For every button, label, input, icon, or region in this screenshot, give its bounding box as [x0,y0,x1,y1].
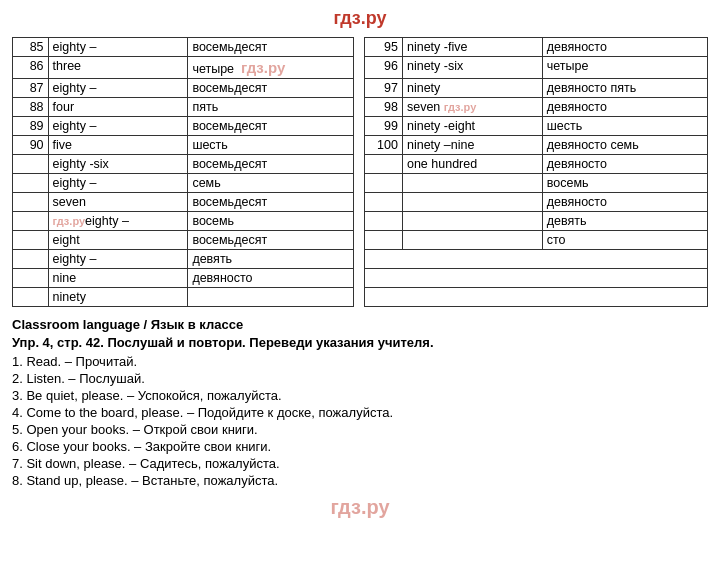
list-item: 2. Listen. – Послушай. [12,371,708,386]
list-item: 6. Close your books. – Закройте свои кни… [12,439,708,454]
left-num-6 [13,155,49,174]
left-ru-7: семь [188,174,353,193]
left-en-9: гдз.руeighty – [48,212,188,231]
exercise-title: Упр. 4, стр. 42. Послушай и повтори. Пер… [12,335,708,350]
list-item: 1. Read. – Прочитай. [12,354,708,369]
left-en-13: ninety [48,288,188,307]
left-ru-3: пять [188,98,353,117]
left-en-12: nine [48,269,188,288]
right-num-2: 97 [365,79,403,98]
left-ru-4: восемьдесят [188,117,353,136]
left-ru-5: шесть [188,136,353,155]
right-en-1: ninety -six [402,57,542,79]
classroom-language-section: Classroom language / Язык в классе Упр. … [12,317,708,488]
left-ru-13 [188,288,353,307]
left-en-11: eighty – [48,250,188,269]
left-num-4: 89 [13,117,49,136]
right-num-8 [365,193,403,212]
left-en-3: four [48,98,188,117]
right-ru-0: девяносто [542,38,707,57]
left-num-10 [13,231,49,250]
left-ru-12: девяносто [188,269,353,288]
left-en-7: eighty – [48,174,188,193]
right-en-8 [402,193,542,212]
list-item: 3. Be quiet, please. – Успокойся, пожалу… [12,388,708,403]
left-en-4: eighty – [48,117,188,136]
right-num-3: 98 [365,98,403,117]
right-ru-5: девяносто семь [542,136,707,155]
left-ru-0: восемьдесят [188,38,353,57]
left-num-2: 87 [13,79,49,98]
left-en-1: three [48,57,188,79]
list-item: 5. Open your books. – Открой свои книги. [12,422,708,437]
left-en-5: five [48,136,188,155]
left-en-10: eight [48,231,188,250]
right-ru-3: девяносто [542,98,707,117]
left-num-9 [13,212,49,231]
left-ru-6: восемьдесят [188,155,353,174]
right-ru-10: сто [542,231,707,250]
left-num-8 [13,193,49,212]
left-ru-1: четыре гдз.ру [188,57,353,79]
left-en-6: eighty -six [48,155,188,174]
list-item: 8. Stand up, please. – Встаньте, пожалуй… [12,473,708,488]
numbers-table: 85 eighty – восемьдесят 95 ninety -five … [12,37,708,307]
right-num-1: 96 [365,57,403,79]
right-en-9 [402,212,542,231]
right-ru-4: шесть [542,117,707,136]
watermark-footer: гдз.ру [330,496,389,518]
right-ru-8: девяносто [542,193,707,212]
right-num-4: 99 [365,117,403,136]
left-num-3: 88 [13,98,49,117]
left-ru-9: восемь [188,212,353,231]
left-ru-2: восемьдесят [188,79,353,98]
left-num-7 [13,174,49,193]
left-num-12 [13,269,49,288]
left-ru-10: восемьдесят [188,231,353,250]
left-num-1: 86 [13,57,49,79]
left-en-2: eighty – [48,79,188,98]
right-num-6 [365,155,403,174]
list-item: 7. Sit down, please. – Садитесь, пожалуй… [12,456,708,471]
right-en-10 [402,231,542,250]
left-ru-11: девять [188,250,353,269]
list-item: 4. Come to the board, please. – Подойдит… [12,405,708,420]
right-ru-1: четыре [542,57,707,79]
left-num-11 [13,250,49,269]
right-en-5: ninety –nine [402,136,542,155]
left-en-0: eighty – [48,38,188,57]
right-num-7 [365,174,403,193]
right-en-0: ninety -five [402,38,542,57]
left-num-0: 85 [13,38,49,57]
left-num-13 [13,288,49,307]
right-ru-2: девяносто пять [542,79,707,98]
left-ru-8: восемьдесят [188,193,353,212]
right-en-4: ninety -eight [402,117,542,136]
right-num-10 [365,231,403,250]
right-ru-9: девять [542,212,707,231]
right-en-7 [402,174,542,193]
right-ru-6: девяносто [542,155,707,174]
section-title: Classroom language / Язык в классе [12,317,708,332]
left-en-8: seven [48,193,188,212]
right-en-2: ninety [402,79,542,98]
exercise-list: 1. Read. – Прочитай. 2. Listen. – Послуш… [12,354,708,488]
right-ru-7: восемь [542,174,707,193]
right-num-0: 95 [365,38,403,57]
left-num-5: 90 [13,136,49,155]
right-en-6: one hundred [402,155,542,174]
right-num-5: 100 [365,136,403,155]
right-num-9 [365,212,403,231]
header-title: гдз.ру [333,8,386,28]
right-en-3: seven гдз.ру [402,98,542,117]
site-header: гдз.ру [12,8,708,29]
